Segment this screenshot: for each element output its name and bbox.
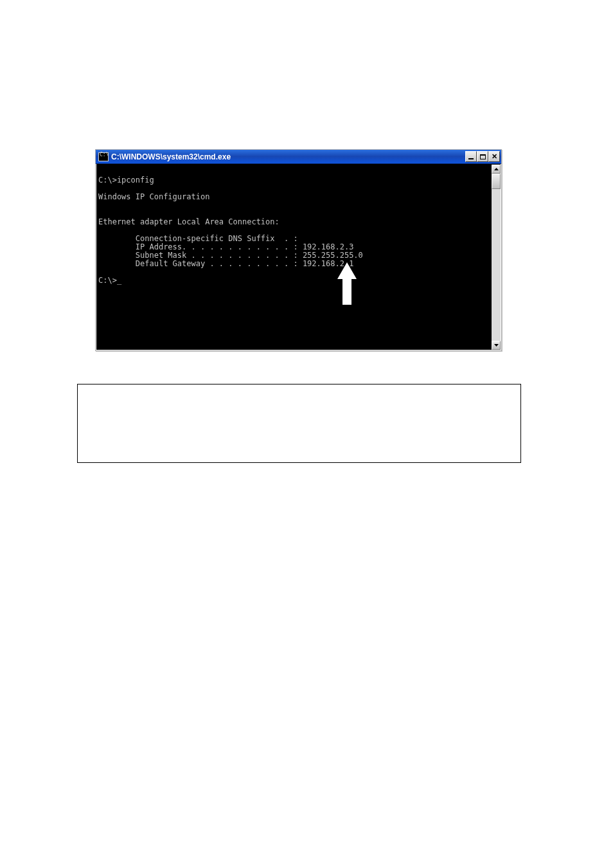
close-button[interactable]: ✕: [488, 151, 500, 162]
term-line: Windows IP Configuration: [98, 192, 209, 201]
cmd-icon: C:\: [98, 152, 109, 161]
arrow-up-icon: [494, 168, 499, 170]
term-line: C:\>ipconfig: [98, 176, 154, 185]
svg-marker-0: [494, 168, 499, 170]
term-line: Default Gateway . . . . . . . . . : 192.…: [98, 259, 353, 268]
callout-box: [77, 384, 521, 463]
term-line: IP Address. . . . . . . . . . . . : 192.…: [98, 242, 353, 251]
window-controls: ✕: [465, 151, 500, 162]
cmd-window: C:\ C:\WINDOWS\system32\cmd.exe ✕ C:\>ip…: [95, 149, 502, 351]
titlebar[interactable]: C:\ C:\WINDOWS\system32\cmd.exe ✕: [96, 150, 501, 164]
svg-marker-2: [337, 262, 357, 305]
term-line: Ethernet adapter Local Area Connection:: [98, 217, 280, 226]
term-prompt: C:\>_: [98, 276, 121, 285]
terminal-output: C:\>ipconfig Windows IP Configuration Et…: [98, 168, 499, 285]
arrow-annotation: [337, 262, 357, 305]
titlebar-left: C:\ C:\WINDOWS\system32\cmd.exe: [98, 152, 231, 161]
scroll-up-button[interactable]: [492, 165, 501, 174]
scroll-track[interactable]: [492, 174, 501, 341]
scroll-down-button[interactable]: [492, 341, 501, 350]
vertical-scrollbar[interactable]: [492, 165, 501, 350]
term-line: Connection-specific DNS Suffix . :: [98, 234, 298, 243]
minimize-button[interactable]: [465, 151, 477, 162]
window-title: C:\WINDOWS\system32\cmd.exe: [111, 152, 231, 161]
scroll-thumb[interactable]: [492, 174, 501, 189]
terminal-body[interactable]: C:\>ipconfig Windows IP Configuration Et…: [96, 164, 501, 350]
svg-marker-1: [494, 344, 499, 347]
maximize-button[interactable]: [477, 151, 488, 162]
term-line: Subnet Mask . . . . . . . . . . . : 255.…: [98, 251, 363, 260]
arrow-down-icon: [494, 344, 499, 347]
